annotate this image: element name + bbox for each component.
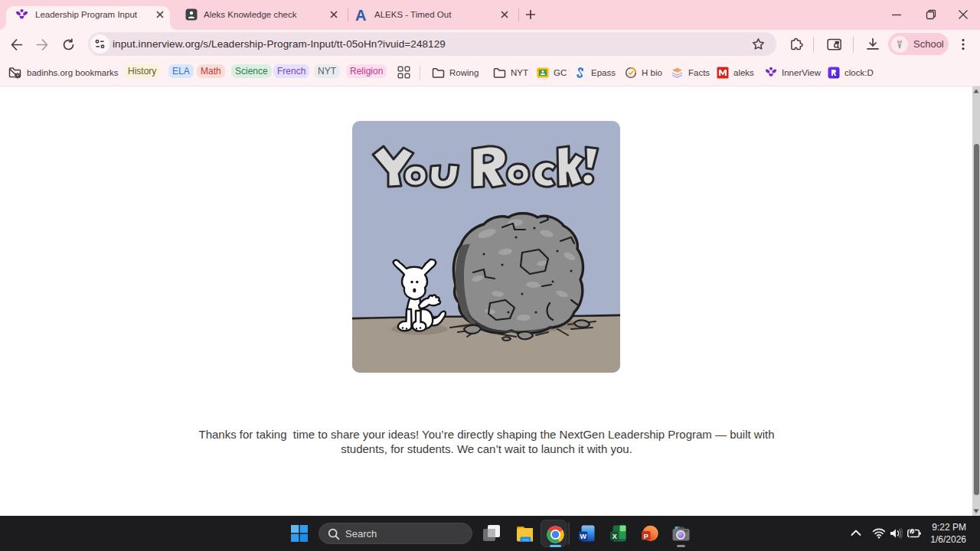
svg-text:X: X: [612, 533, 617, 540]
svg-text:P: P: [644, 533, 648, 540]
svg-text:W: W: [580, 533, 586, 540]
